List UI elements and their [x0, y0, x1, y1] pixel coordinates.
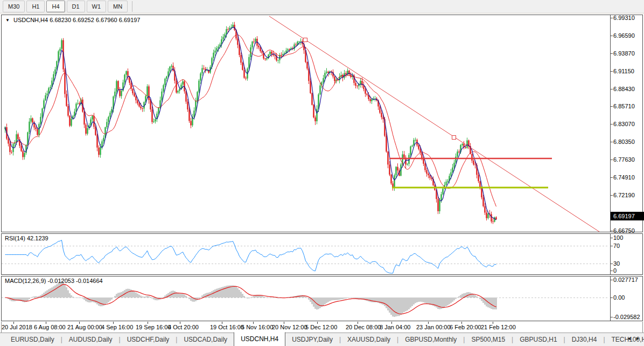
ohlc-high: 6.69252 — [73, 17, 94, 23]
time-axis-label: 5 Nov 16:00 — [241, 324, 273, 330]
macd-axis-label: -0.029582 — [613, 314, 640, 320]
timeframe-button-h1[interactable]: H1 — [26, 1, 45, 12]
time-axis-label: 8 Jan 04:00 — [380, 324, 411, 330]
time-axis-label: 20 Nov 12:00 — [272, 324, 307, 330]
timeframe-toolbar: M30H1H4D1W1MN — [0, 0, 644, 13]
symbol-tab-usdcad[interactable]: USDCAD,Daily — [177, 333, 234, 346]
time-axis-label: 5 Dec 12:00 — [305, 324, 337, 330]
price-axis-label: 6.93870 — [613, 50, 635, 57]
price-axis-label: 6.99310 — [613, 15, 635, 21]
timeframe-button-h4[interactable]: H4 — [46, 1, 65, 12]
time-axis-label: 4 Oct 20:00 — [168, 324, 199, 330]
price-axis-label: 6.91150 — [613, 68, 634, 74]
main-chart-panel[interactable] — [1, 15, 643, 232]
symbol-tabbar: EURUSD,Daily|AUDUSD,Daily|USDCHF,Daily|U… — [0, 333, 644, 346]
rsi-label: RSI(14) 42.1239 — [5, 235, 48, 241]
price-axis-label: 6.85710 — [613, 103, 635, 109]
tab-scroll-arrows: ◄ ► — [624, 336, 640, 341]
scroll-right-icon[interactable]: ► — [635, 336, 640, 341]
mt4-chart-window: M30H1H4D1W1MN ▼ USDCNH,H4 6.68230 6.6925… — [0, 0, 644, 346]
macd-name: MACD(12,26,9) — [5, 278, 46, 284]
symbol-tab-usdcnh[interactable]: USDCNH,H4 — [234, 332, 285, 346]
macd-axis-label: 0.00 — [613, 294, 625, 301]
timeframe-button-d1[interactable]: D1 — [67, 1, 85, 12]
time-axis-label: 19 Oct 16:00 — [210, 324, 244, 330]
ohlc-close: 6.69197 — [119, 17, 141, 23]
current-price-badge: 6.69197 — [611, 212, 644, 220]
symbol-tab-eurusd[interactable]: EURUSD,Daily — [4, 333, 61, 346]
rsi-value: 42.1239 — [27, 235, 48, 241]
time-axis-label: 6 Feb 20:00 — [450, 324, 481, 330]
symbol-tab-dj30[interactable]: DJ30,H4 — [565, 333, 604, 346]
chart-symbol: USDCNH,H4 — [13, 17, 48, 23]
time-axis-label: 20 Jul 2018 — [2, 324, 32, 330]
macd-axis-label: 0.027717 — [613, 276, 638, 283]
symbol-tab-xauusd[interactable]: XAUUSD,Daily — [341, 333, 397, 346]
symbol-tab-usdjpy[interactable]: USDJPY,Daily — [285, 333, 339, 346]
time-axis-label: 19 Sep 16:00 — [136, 324, 171, 330]
time-axis-label: 4 Sep 16:00 — [101, 324, 133, 330]
symbol-tab-audusd[interactable]: AUDUSD,Daily — [62, 333, 119, 346]
chart-dropdown-icon[interactable]: ▼ — [5, 18, 10, 23]
ohlc-open: 6.68230 — [50, 17, 71, 23]
rsi-panel[interactable] — [1, 233, 643, 275]
scroll-left-icon[interactable]: ◄ — [627, 336, 632, 341]
symbol-tab-sp500[interactable]: SP500,M15 — [465, 333, 512, 346]
price-axis-label: 6.83070 — [613, 121, 635, 127]
time-axis-label: 21 Feb 12:00 — [481, 324, 516, 330]
time-axis-label: 20 Dec 08:00 — [346, 324, 381, 330]
macd-label: MACD(12,26,9) -0.012053 -0.014664 — [5, 278, 103, 284]
price-axis-label: 6.88430 — [613, 86, 635, 92]
symbol-tab-usdchf[interactable]: USDCHF,Daily — [121, 333, 176, 346]
timeframe-button-m30[interactable]: M30 — [3, 1, 25, 12]
macd-value-signal: -0.014664 — [76, 278, 103, 284]
symbol-tab-gbpusd[interactable]: GBPUSD,H1 — [513, 333, 563, 346]
timeframe-button-mn[interactable]: MN — [108, 1, 128, 12]
price-axis-label: 6.77630 — [613, 156, 635, 163]
macd-value-main: -0.012053 — [47, 278, 74, 284]
chart-title: ▼ USDCNH,H4 6.68230 6.69252 6.67960 6.69… — [5, 17, 140, 23]
rsi-axis-label: 70 — [613, 243, 620, 249]
symbol-tab-gbpusd[interactable]: GBPUSD,Monthly — [398, 333, 463, 346]
price-axis-label: 6.72190 — [613, 192, 635, 198]
time-axis-label: 6 Aug 08:00 — [34, 324, 66, 330]
price-axis-label: 6.66750 — [613, 227, 635, 234]
time-axis-label: 21 Aug 00:00 — [67, 324, 102, 330]
rsi-axis-label: 0 — [613, 267, 617, 274]
rsi-name: RSI(14) — [5, 235, 25, 241]
price-axis-label: 6.96590 — [613, 32, 635, 39]
rsi-axis-label: 30 — [613, 260, 620, 267]
toolbar-separator — [132, 1, 132, 12]
price-axis-label: 6.74910 — [613, 174, 635, 181]
time-axis-label: 23 Jan 00:00 — [416, 324, 451, 330]
price-axis-label: 6.80350 — [613, 139, 635, 145]
rsi-axis-label: 100 — [613, 234, 623, 241]
ohlc-low: 6.67960 — [96, 17, 117, 23]
timeframe-button-w1[interactable]: W1 — [87, 1, 107, 12]
